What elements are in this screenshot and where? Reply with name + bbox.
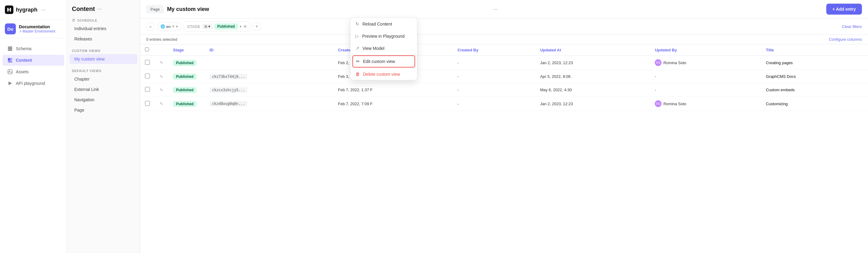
menu-item-delete-label: Delete custom view <box>363 72 400 77</box>
content-panel: Content ··· ⏱ SCHEDULE Individual entrie… <box>67 0 140 253</box>
stage-filter-dropdown-icon: ▾ <box>240 25 242 29</box>
sidebar-item-content[interactable]: Content <box>2 55 64 66</box>
row-id: ckzcx3shcjy5... <box>210 87 247 93</box>
clear-filters-button[interactable]: Clear filters <box>842 24 862 29</box>
svg-rect-2 <box>8 48 12 49</box>
default-views-label-text: DEFAULT VIEWS <box>72 69 101 73</box>
col-updated-by[interactable]: Updated By <box>650 44 761 56</box>
col-edit <box>155 44 168 56</box>
row-checkbox[interactable] <box>145 60 150 65</box>
row-updated-by-cell: RS Romina Soto <box>650 97 761 111</box>
col-checkbox[interactable] <box>140 44 155 56</box>
avatar: Do <box>5 24 16 34</box>
user-avatar: RS <box>655 100 661 107</box>
menu-item-preview[interactable]: ▷ Preview in Playground <box>350 30 417 42</box>
row-title: Custom embeds <box>766 87 795 92</box>
svg-rect-5 <box>11 58 12 59</box>
row-title: Creating pages <box>766 61 793 65</box>
sidebar-item-my-custom-view[interactable]: My custom view <box>69 54 137 64</box>
sidebar: hygraph ··· Do Documentation ↗ Master En… <box>0 0 67 253</box>
sidebar-item-api[interactable]: API playground <box>2 78 64 89</box>
row-checkbox[interactable] <box>145 87 150 92</box>
lang-icon: 🌐 <box>160 24 165 29</box>
assets-label: Assets <box>16 69 29 74</box>
sidebar-item-schema[interactable]: Schema <box>2 43 64 54</box>
row-id-cell: ckzcx3shcjy5... <box>205 83 333 97</box>
row-updated-by-cell: - <box>650 83 761 97</box>
view-options-button[interactable]: ··· <box>490 5 500 14</box>
row-edit-button[interactable]: ✎ <box>160 60 163 65</box>
svg-rect-1 <box>8 46 12 48</box>
row-title-cell: Custom embeds <box>761 83 868 97</box>
stage-filter-op-badge[interactable]: is ▾ <box>202 24 213 29</box>
workspace-details: Documentation ↗ Master Environment <box>19 24 55 33</box>
row-edit-button[interactable]: ✎ <box>160 101 163 106</box>
row-edit-cell: ✎ <box>155 56 168 70</box>
row-id: ckzd8xug0q8n... <box>210 101 247 106</box>
language-filter[interactable]: 🌐 en ✕ ▾ <box>157 23 181 31</box>
content-icon <box>7 58 13 63</box>
content-panel-dots: ··· <box>97 6 102 12</box>
row-stage-cell: Published <box>168 70 205 83</box>
sidebar-item-chapter[interactable]: Chapter <box>69 74 137 84</box>
row-updated-at-cell: May 6, 2022, 4:30 <box>535 83 650 97</box>
sidebar-item-assets[interactable]: Assets <box>2 66 64 77</box>
row-created-by-cell: - <box>453 97 535 111</box>
filter-row: « 🌐 en ✕ ▾ STAGE is ▾ Published ▾ ✕ + Cl… <box>140 19 868 35</box>
svg-rect-3 <box>8 49 12 51</box>
sidebar-item-page[interactable]: Page <box>69 105 137 115</box>
default-views-section-label: DEFAULT VIEWS <box>67 67 140 74</box>
main-area: Page My custom view ··· + Add entry « 🌐 … <box>140 0 868 253</box>
sidebar-item-external-link[interactable]: External Link <box>69 84 137 94</box>
nav-items: Schema Content Assets API playground <box>0 38 67 94</box>
configure-columns-button[interactable]: Configure columns <box>829 37 862 42</box>
col-stage[interactable]: Stage <box>168 44 205 56</box>
stage-badge: Published <box>173 101 196 107</box>
menu-item-edit-label: Edit custom view <box>363 59 395 64</box>
sidebar-item-navigation[interactable]: Navigation <box>69 95 137 105</box>
row-checkbox[interactable] <box>145 101 150 106</box>
col-id[interactable]: ID <box>205 44 333 56</box>
sidebar-item-releases[interactable]: Releases <box>69 34 137 44</box>
add-filter-button[interactable]: + <box>253 23 261 30</box>
lang-chevron-icon: ▾ <box>176 24 178 29</box>
select-all-checkbox[interactable] <box>145 47 149 51</box>
collapse-button[interactable]: « <box>146 22 155 31</box>
content-table: Stage ID Created At Created By Updated A… <box>140 44 868 111</box>
svg-rect-6 <box>11 60 12 61</box>
row-id: ckz73bx744j8... <box>210 74 247 79</box>
table-row: ✎ Published ckz73bx744j8... Feb 3, 2022,… <box>140 70 868 83</box>
schedule-label-text: SCHEDULE <box>78 19 97 22</box>
content-label: Content <box>16 58 32 63</box>
sidebar-item-individual-entries[interactable]: Individual entries <box>69 24 137 33</box>
menu-item-delete-custom-view[interactable]: 🗑 Delete custom view <box>350 68 417 80</box>
row-title-cell: Creating pages <box>761 56 868 70</box>
menu-item-view-model[interactable]: ↗ View Model <box>350 42 417 55</box>
workspace-info[interactable]: Do Documentation ↗ Master Environment <box>0 20 67 38</box>
svg-marker-10 <box>8 81 12 85</box>
custom-views-label-text: CUSTOM VIEWS <box>72 49 100 52</box>
row-id-cell: ckzd8xug0q8n... <box>205 97 333 111</box>
col-created-by[interactable]: Created By <box>453 44 535 56</box>
row-edit-cell: ✎ <box>155 70 168 83</box>
row-checkbox[interactable] <box>145 74 150 78</box>
row-edit-button[interactable]: ✎ <box>160 87 163 93</box>
entries-selected: 0 entries selected <box>146 37 177 42</box>
row-created-at-cell: Feb 7, 2022, 7:09 F <box>333 97 453 111</box>
stage-filter-remove-button[interactable]: ✕ <box>243 24 247 29</box>
add-entry-button[interactable]: + Add entry <box>826 4 862 14</box>
workspace-env: ↗ Master Environment <box>19 29 55 33</box>
table-row: ✎ Published ckzd8xug0q8n... Feb 7, 2022,… <box>140 97 868 111</box>
row-updated-by-cell: - <box>650 70 761 83</box>
tab-page[interactable]: Page <box>146 5 164 13</box>
row-title-cell: GraphCMS Docs <box>761 70 868 83</box>
menu-item-reload[interactable]: ↻ Reload Content <box>350 18 417 30</box>
content-panel-title: Content <box>72 5 95 12</box>
row-created-by-cell: - <box>453 56 535 70</box>
stage-badge: Published <box>173 87 196 93</box>
row-title-cell: Customizing <box>761 97 868 111</box>
col-title[interactable]: Title <box>761 44 868 56</box>
menu-item-edit-custom-view[interactable]: ✏ Edit custom view <box>352 55 415 68</box>
col-updated-at[interactable]: Updated At <box>535 44 650 56</box>
row-edit-button[interactable]: ✎ <box>160 74 163 79</box>
